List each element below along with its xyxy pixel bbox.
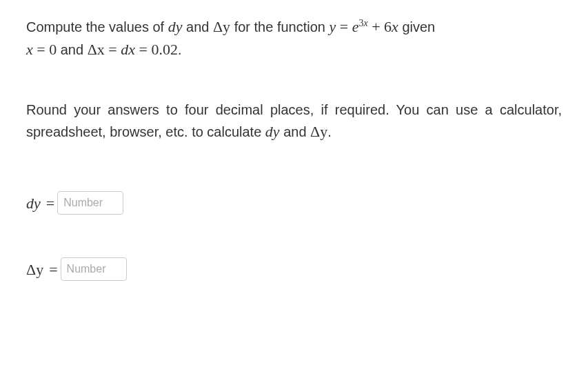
equals-sign: =	[46, 192, 54, 215]
math-x: x	[392, 18, 398, 35]
math-delta-y: Δy	[213, 18, 230, 35]
text-segment: and	[57, 42, 87, 57]
text-segment: and	[280, 124, 310, 139]
dy-input[interactable]	[57, 191, 123, 215]
label-dy: dy	[26, 192, 41, 215]
math-plus: +	[368, 18, 384, 35]
text-period: .	[327, 124, 332, 139]
text-segment: for the function	[230, 19, 329, 35]
text-period: .	[178, 42, 182, 57]
text-segment: and	[182, 19, 212, 35]
equals-sign: =	[49, 258, 57, 281]
math-dx: dx	[121, 41, 135, 58]
math-e: e	[352, 18, 359, 35]
math-six: 6	[384, 18, 392, 35]
problem-text: Compute the values of dy and Δy for the …	[26, 15, 562, 61]
math-equals: =	[105, 41, 121, 58]
answer-row-dy: dy =	[26, 191, 562, 215]
math-exponent: 3x	[358, 18, 367, 28]
math-eq-zero: = 0	[33, 41, 57, 58]
math-x: x	[26, 41, 33, 58]
math-delta-y: Δy	[310, 123, 327, 140]
math-dy: dy	[168, 18, 183, 35]
instructions-text: Round your answers to four decimal place…	[26, 99, 562, 143]
math-dy: dy	[265, 123, 280, 140]
math-delta-x: Δx	[88, 41, 105, 58]
math-y: y	[330, 18, 336, 35]
delta-y-input[interactable]	[61, 257, 127, 281]
label-delta-y: Δy	[26, 258, 43, 281]
math-equals: =	[336, 18, 352, 35]
text-segment: given	[398, 19, 435, 35]
answer-row-delta-y: Δy =	[26, 257, 562, 281]
text-segment: Compute the values of	[26, 19, 168, 35]
math-eq-value: = 0.02	[135, 41, 178, 58]
answer-section: dy = Δy =	[26, 191, 562, 281]
